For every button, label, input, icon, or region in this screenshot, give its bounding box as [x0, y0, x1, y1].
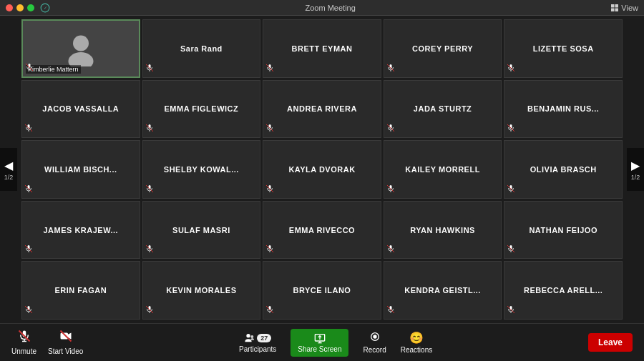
mic-icon	[18, 330, 31, 346]
mic-muted-icon	[24, 183, 33, 196]
mic-muted-icon	[386, 243, 395, 256]
participant-tile[interactable]: KAYLA DVORAK	[263, 140, 381, 199]
video-icon	[59, 330, 72, 346]
participant-tile[interactable]: RYAN HAWKINS	[384, 201, 502, 259]
window-controls[interactable]	[6, 4, 34, 11]
participant-tile[interactable]: EMMA RIVECCO	[263, 201, 381, 259]
next-page-button[interactable]: ▶ 1/2	[627, 148, 644, 191]
prev-page-button[interactable]: ◀ 1/2	[0, 148, 17, 191]
participant-name: SHELBY KOWAL...	[161, 164, 242, 175]
participant-tile[interactable]: BRETT EYMAN	[263, 19, 381, 78]
minimize-button[interactable]	[16, 4, 24, 11]
participant-tile[interactable]: JAMES KRAJEW...	[21, 201, 140, 259]
mic-muted-icon	[145, 183, 154, 196]
close-button[interactable]	[6, 4, 13, 11]
participant-tile[interactable]: JACOB VASSALLA	[21, 80, 140, 139]
participant-tile[interactable]: LIZETTE SOSA	[504, 19, 623, 78]
video-name-label: Kimberlie Mattern	[26, 65, 81, 74]
mic-muted-icon	[386, 122, 395, 135]
svg-rect-3	[615, 4, 619, 8]
participant-name: JACOB VASSALLA	[39, 103, 122, 114]
title-bar: ✓ Zoom Meeting View	[0, 0, 644, 16]
start-video-label: Start Video	[48, 347, 83, 355]
mic-muted-icon	[145, 304, 154, 317]
svg-rect-5	[615, 8, 619, 11]
unmute-button[interactable]: Unmute	[11, 330, 36, 355]
participant-name: BRYCE ILANO	[291, 285, 354, 296]
participant-tile[interactable]: NATHAN FEIJOO	[504, 201, 623, 259]
participant-tile[interactable]: ANDREA RIVERA	[263, 80, 381, 139]
maximize-button[interactable]	[27, 4, 34, 11]
view-label: View	[621, 4, 638, 12]
participant-name: LIZETTE SOSA	[530, 43, 597, 54]
participant-name: ERIN FAGAN	[52, 285, 109, 296]
participant-tile[interactable]: BRYCE ILANO	[263, 261, 381, 320]
mic-muted-icon	[507, 122, 515, 135]
participant-tile[interactable]: BENJAMIN RUS...	[504, 80, 623, 139]
record-label: Record	[363, 346, 386, 354]
participant-name: KENDRA GEISTL...	[401, 285, 484, 296]
participant-name: NATHAN FEIJOO	[526, 224, 600, 236]
mic-muted-icon	[507, 62, 515, 75]
participant-tile[interactable]: JADA STURTZ	[384, 80, 502, 139]
record-button[interactable]: Record	[363, 331, 386, 354]
participants-button[interactable]: 27 Participants	[239, 332, 276, 353]
participant-name: OLIVIA BRASCH	[527, 164, 600, 175]
mic-muted-icon	[24, 122, 33, 135]
participant-tile[interactable]: Sara Rand	[142, 19, 261, 78]
toolbar-right: Leave	[588, 333, 633, 352]
mic-muted-icon	[24, 304, 33, 317]
participants-count: 27	[257, 334, 271, 342]
participant-tile[interactable]: COREY PERRY	[384, 19, 502, 78]
record-icon	[369, 331, 381, 345]
participant-tile[interactable]: ERIN FAGAN	[21, 261, 140, 320]
participants-icon	[244, 332, 255, 344]
participant-name: KAILEY MORRELL	[402, 164, 483, 175]
participant-name: ANDREA RIVERA	[284, 103, 360, 114]
share-screen-button[interactable]: Share Screen	[291, 329, 348, 357]
svg-point-6	[73, 35, 89, 51]
participant-name: KEVIN MORALES	[163, 285, 239, 296]
participant-name: EMMA RIVECCO	[286, 224, 358, 236]
grid-icon	[610, 4, 619, 12]
participant-tile[interactable]: SHELBY KOWAL...	[142, 140, 261, 199]
participants-grid: Kimberlie Mattern Sara Rand	[21, 19, 623, 320]
mic-muted-icon	[145, 243, 154, 256]
participant-tile[interactable]: OLIVIA BRASCH	[504, 140, 623, 199]
participant-tile[interactable]: REBECCA ARELL...	[504, 261, 623, 320]
reactions-icon: 😊	[409, 331, 424, 345]
mic-muted-icon	[265, 183, 274, 196]
participant-name: EMMA FIGLEWICZ	[162, 103, 242, 114]
participant-tile[interactable]: KEVIN MORALES	[142, 261, 261, 320]
share-icon	[314, 332, 326, 344]
mic-muted-icon	[265, 243, 274, 256]
participant-tile[interactable]: SULAF MASRI	[142, 201, 261, 259]
unmute-label: Unmute	[11, 347, 36, 355]
participant-tile[interactable]: WILLIAM BISCH...	[21, 140, 140, 199]
mic-muted-icon	[507, 183, 515, 196]
svg-rect-2	[611, 4, 615, 8]
view-button[interactable]: View	[610, 4, 638, 12]
participant-tile[interactable]: KENDRA GEISTL...	[384, 261, 502, 320]
mic-muted-icon	[265, 62, 274, 75]
reactions-label: Reactions	[401, 346, 432, 354]
svg-point-97	[373, 335, 376, 338]
participant-name: KAYLA DVORAK	[286, 164, 358, 175]
mic-muted-icon	[145, 62, 154, 75]
participant-tile[interactable]: KAILEY MORRELL	[384, 140, 502, 199]
participant-tile[interactable]: EMMA FIGLEWICZ	[142, 80, 261, 139]
participant-name: JAMES KRAJEW...	[40, 224, 121, 236]
reactions-button[interactable]: 😊 Reactions	[401, 331, 432, 354]
mic-muted-icon	[24, 243, 33, 256]
participant-tile[interactable]: Kimberlie Mattern	[21, 19, 140, 78]
svg-text:✓: ✓	[44, 6, 47, 10]
participant-name: COREY PERRY	[409, 43, 476, 54]
svg-point-91	[251, 335, 254, 338]
start-video-button[interactable]: Start Video	[48, 330, 83, 355]
leave-button[interactable]: Leave	[588, 333, 633, 352]
shield-icon: ✓	[40, 3, 50, 13]
toolbar-left: Unmute Start Video	[11, 330, 83, 355]
meeting-area: ◀ 1/2 Kimberlie Mattern	[0, 16, 644, 323]
participants-label: Participants	[239, 345, 276, 353]
mic-muted-icon	[507, 243, 515, 256]
